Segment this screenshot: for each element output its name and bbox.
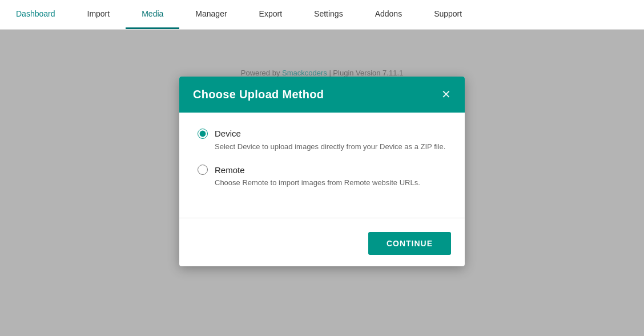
upload-method-modal: Choose Upload Method ✕ Device Select Dev… [179,77,465,266]
remote-option-description: Choose Remote to import images from Remo… [198,178,446,188]
remote-option-name: Remote [215,165,245,175]
nav-item-addons[interactable]: Addons [359,0,418,29]
remote-option: Remote Choose Remote to import images fr… [198,165,446,188]
modal-divider [179,218,465,218]
device-option-label[interactable]: Device [198,129,446,139]
modal-footer: CONTINUE [179,227,465,266]
modal-header: Choose Upload Method ✕ [179,77,465,113]
modal-body: Device Select Device to upload images di… [179,113,465,212]
nav-bar: Dashboard Import Media Manager Export Se… [0,0,644,30]
device-radio[interactable] [198,129,208,139]
nav-item-manager[interactable]: Manager [179,0,243,29]
nav-item-media[interactable]: Media [126,0,179,29]
nav-item-support[interactable]: Support [418,0,478,29]
nav-item-dashboard[interactable]: Dashboard [0,0,71,29]
content-area: Powered by Smackcoders | Plugin Version … [0,30,644,336]
nav-item-import[interactable]: Import [71,0,126,29]
remote-option-label[interactable]: Remote [198,165,446,175]
modal-overlay: Choose Upload Method ✕ Device Select Dev… [0,30,644,336]
continue-button[interactable]: CONTINUE [368,232,451,255]
nav-item-settings[interactable]: Settings [298,0,359,29]
modal-close-button[interactable]: ✕ [441,89,451,100]
device-option-name: Device [215,129,241,138]
device-option: Device Select Device to upload images di… [198,129,446,152]
remote-radio[interactable] [198,165,208,175]
nav-item-export[interactable]: Export [243,0,298,29]
modal-title: Choose Upload Method [193,88,324,101]
device-option-description: Select Device to upload images directly … [198,142,446,152]
